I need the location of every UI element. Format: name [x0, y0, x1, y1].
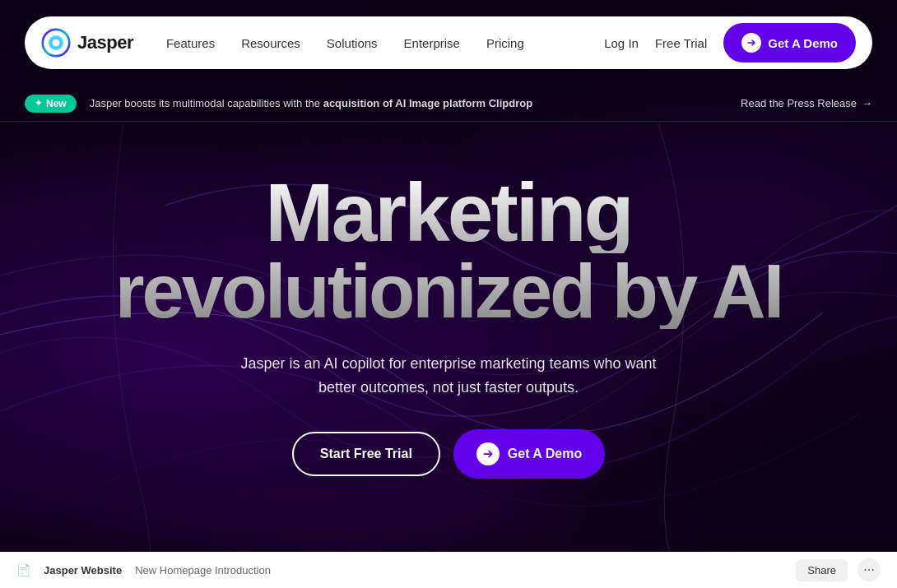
hero-title-line1: Marketing [115, 171, 783, 253]
nav-links: Features Resources Solutions Enterprise … [166, 36, 604, 50]
svg-point-2 [53, 39, 60, 47]
bottom-bar-page-title: New Homepage Introduction [135, 564, 271, 576]
share-button[interactable]: Share [796, 559, 848, 581]
get-a-demo-button[interactable]: Get A Demo [453, 429, 605, 479]
brand-name: Jasper [77, 32, 133, 53]
nav-right: Log In Free Trial Get A Demo [604, 23, 856, 63]
nav-enterprise[interactable]: Enterprise [404, 36, 460, 50]
more-options-button[interactable]: ⋯ [857, 558, 881, 581]
hero-title-line2: revolutionized by AI [115, 253, 783, 329]
demo-arrow-icon [476, 442, 500, 465]
nav-solutions[interactable]: Solutions [327, 36, 378, 50]
bottom-bar-site-title: Jasper Website [44, 564, 122, 576]
hero-title: Marketing revolutionized by AI [115, 171, 783, 329]
arrow-icon [741, 33, 761, 53]
hero-section: Marketing revolutionized by AI Jasper is… [0, 122, 897, 512]
free-trial-link[interactable]: Free Trial [655, 36, 707, 50]
document-icon: 📄 [16, 563, 30, 576]
logo-icon [41, 28, 71, 58]
bottom-bar-actions: Share ⋯ [796, 558, 881, 581]
arrow-right-icon: → [862, 97, 872, 109]
get-demo-button[interactable]: Get A Demo [723, 23, 856, 63]
nav-pricing[interactable]: Pricing [486, 36, 524, 50]
bottom-bar: 📄 Jasper Website New Homepage Introducti… [0, 552, 897, 588]
login-link[interactable]: Log In [604, 36, 639, 50]
nav-resources[interactable]: Resources [241, 36, 300, 50]
logo[interactable]: Jasper [41, 28, 133, 58]
press-release-link[interactable]: Read the Press Release → [741, 97, 872, 109]
navbar: Jasper Features Resources Solutions Ente… [25, 16, 872, 69]
hero-subtitle: Jasper is an AI copilot for enterprise m… [235, 352, 662, 400]
banner-message: Jasper boosts its multimodal capabilitie… [90, 97, 727, 109]
nav-features[interactable]: Features [166, 36, 215, 50]
new-badge: ✦ New [25, 95, 77, 113]
announcement-banner: ✦ New Jasper boosts its multimodal capab… [0, 86, 897, 122]
hero-cta-group: Start Free Trial Get A Demo [292, 429, 605, 479]
sparkle-icon: ✦ [35, 98, 42, 109]
start-free-trial-button[interactable]: Start Free Trial [292, 432, 440, 476]
